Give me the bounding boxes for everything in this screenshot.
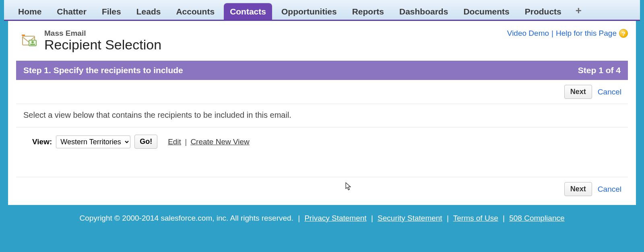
left-edge-tab-bottom: [0, 201, 4, 210]
next-button-bottom[interactable]: Next: [564, 182, 592, 196]
left-edge-tab-top: [0, 28, 4, 37]
tab-bar: Home Chatter Files Leads Accounts Contac…: [4, 0, 640, 21]
copyright-text: Copyright © 2000-2014 salesforce.com, in…: [79, 214, 293, 222]
step-counter: Step 1 of 4: [578, 66, 621, 75]
help-links: Video Demo | Help for this Page ?: [507, 29, 628, 38]
page-subtitle: Mass Email: [44, 29, 161, 38]
action-row-top: Next Cancel: [16, 80, 628, 104]
page-stage: Mass Email Recipient Selection Video Dem…: [8, 21, 636, 205]
tab-documents[interactable]: Documents: [457, 3, 515, 20]
tab-opportunities[interactable]: Opportunities: [275, 3, 343, 20]
tab-add[interactable]: +: [571, 3, 586, 20]
tab-home[interactable]: Home: [12, 3, 47, 20]
tab-accounts[interactable]: Accounts: [170, 3, 221, 20]
view-label: View:: [32, 137, 52, 146]
next-button[interactable]: Next: [564, 85, 592, 99]
separator: |: [185, 137, 187, 146]
mass-email-icon: [21, 32, 39, 50]
cancel-link[interactable]: Cancel: [598, 88, 621, 96]
tab-leads[interactable]: Leads: [130, 3, 167, 20]
tab-dashboards[interactable]: Dashboards: [393, 3, 454, 20]
wizard-panel: Step 1. Specify the recipients to includ…: [16, 61, 628, 201]
footer: Copyright © 2000-2014 salesforce.com, in…: [4, 211, 640, 223]
separator: |: [551, 29, 553, 38]
footer-terms[interactable]: Terms of Use: [453, 214, 498, 222]
page-title: Recipient Selection: [44, 37, 161, 53]
footer-privacy[interactable]: Privacy Statement: [304, 214, 366, 222]
svg-rect-3: [30, 44, 35, 45]
help-for-page-link[interactable]: Help for this Page: [556, 29, 617, 38]
cancel-link-bottom[interactable]: Cancel: [598, 185, 621, 194]
svg-point-2: [31, 41, 34, 43]
create-new-view-link[interactable]: Create New View: [190, 137, 249, 146]
video-demo-link[interactable]: Video Demo: [507, 29, 549, 38]
footer-security[interactable]: Security Statement: [378, 214, 442, 222]
tab-products[interactable]: Products: [519, 3, 568, 20]
step-title: Step 1. Specify the recipients to includ…: [23, 66, 183, 75]
go-button[interactable]: Go!: [134, 135, 157, 149]
tab-reports[interactable]: Reports: [346, 3, 390, 20]
tab-files[interactable]: Files: [96, 3, 127, 20]
help-icon[interactable]: ?: [619, 29, 628, 38]
view-row: View: Western Territories Go! Edit | Cre…: [16, 127, 628, 177]
svg-rect-4: [22, 35, 25, 36]
view-select[interactable]: Western Territories: [56, 135, 130, 148]
page-header: Mass Email Recipient Selection Video Dem…: [8, 21, 636, 61]
edit-view-link[interactable]: Edit: [168, 137, 181, 146]
step-bar: Step 1. Specify the recipients to includ…: [16, 61, 628, 80]
footer-508[interactable]: 508 Compliance: [509, 214, 564, 222]
tab-chatter[interactable]: Chatter: [51, 3, 93, 20]
action-row-bottom: Next Cancel: [16, 177, 628, 201]
instruction-text: Select a view below that contains the re…: [16, 104, 628, 127]
tab-contacts[interactable]: Contacts: [224, 3, 272, 20]
